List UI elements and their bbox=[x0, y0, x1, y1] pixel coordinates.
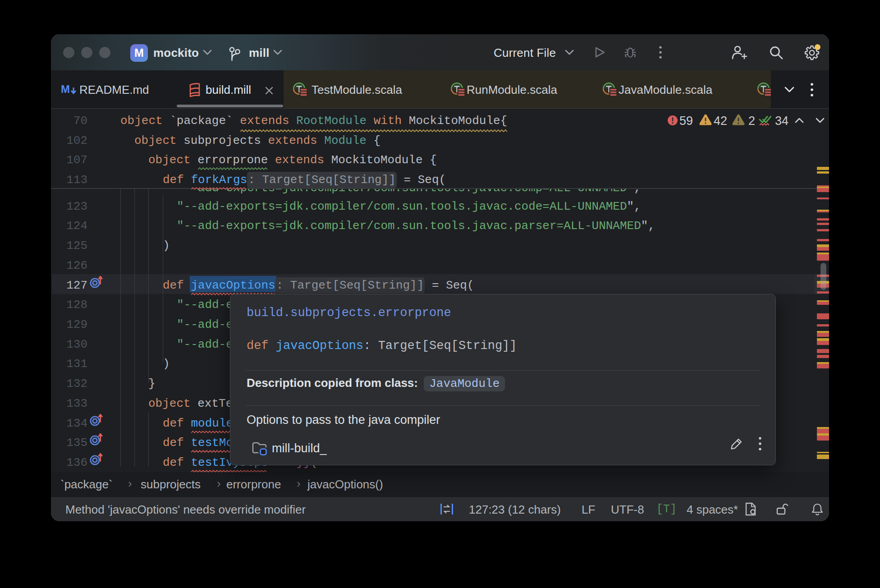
svg-text:34: 34 bbox=[775, 114, 788, 128]
svg-text:59: 59 bbox=[679, 114, 693, 128]
svg-text:M: M bbox=[61, 83, 70, 95]
svg-text:42: 42 bbox=[714, 114, 727, 128]
svg-text:2: 2 bbox=[748, 114, 755, 128]
